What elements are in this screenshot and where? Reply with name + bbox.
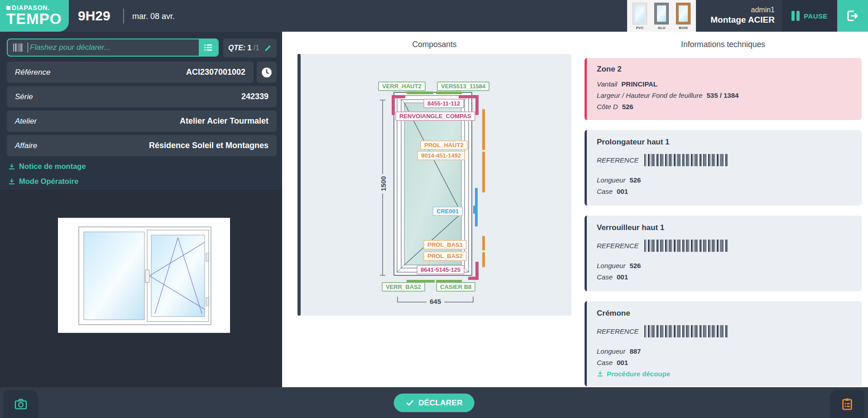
zone-row-value: PRINCIPAL <box>621 78 657 90</box>
declare-button[interactable]: DÉCLARER <box>393 394 475 412</box>
components-drawing-panel: VERR_HAUT2 VER5513_11584 8455-11-112 REN… <box>297 54 571 316</box>
scan-input[interactable] <box>30 39 218 56</box>
hardware-bar-green-top-2 <box>436 91 462 94</box>
left-sidebar: QTE: 1 /1 Référence ACI2307001002 <box>0 32 282 387</box>
field-row-serie: Série 242339 <box>7 86 277 107</box>
component-label-casier-b8[interactable]: CASIER B8 <box>436 282 475 292</box>
component-label-verr-haut2[interactable]: VERR_HAUT2 <box>378 82 426 91</box>
component-card-prolongateur: Prolongateur haut 1 REFERENCE Longueur52… <box>585 130 862 206</box>
card-row-label: Longueur <box>597 260 625 271</box>
card-row-value: 001 <box>617 186 628 197</box>
card-row-label: Longueur <box>597 346 625 357</box>
reference-barcode <box>644 154 728 166</box>
logout-icon <box>846 9 859 23</box>
link-label: Mode Opératoire <box>19 177 78 186</box>
dimension-width: 645 <box>427 298 443 305</box>
link-notice-montage[interactable]: Notice de montage <box>8 162 86 171</box>
field-label: Atelier <box>15 117 37 126</box>
alu-window-icon <box>655 3 668 24</box>
blue-bar-notch <box>473 206 475 214</box>
user-block: admin1 Montage ACIER <box>696 0 782 32</box>
card-title: Crémone <box>597 309 852 318</box>
user-role: Montage ACIER <box>696 14 775 25</box>
component-card-verrouilleur: Verrouilleur haut 1 REFERENCE Longueur52… <box>585 216 862 291</box>
camera-button[interactable] <box>4 390 38 418</box>
zone-card: Zone 2 VantailPRINCIPAL Largeur / Hauteu… <box>585 58 862 120</box>
card-title: Verrouilleur haut 1 <box>597 223 852 232</box>
product-preview-image <box>58 218 230 333</box>
field-label: Référence <box>15 68 50 77</box>
field-label: Affaire <box>15 141 37 150</box>
component-label-verr-bas2[interactable]: VERR_BAS2 <box>382 282 425 292</box>
field-value: ACI2307001002 <box>186 67 245 77</box>
orange-bar-4 <box>482 252 485 267</box>
check-icon <box>405 399 414 407</box>
zone-row-value: 535 / 1384 <box>706 90 739 101</box>
hardware-bar-green-top-1 <box>407 91 433 94</box>
field-row-affaire: Affaire Résidence Soleil et Montagnes <box>7 135 277 156</box>
product-family-thumbnails[interactable]: PVC ALU BOIS <box>627 0 696 32</box>
field-row-atelier: Atelier Atelier Acier Tourmalet <box>7 111 277 132</box>
field-value: Atelier Acier Tourmalet <box>180 116 269 126</box>
component-label-prol-bas2[interactable]: PROL_BAS2 <box>423 251 467 261</box>
sidebar-lower-panel <box>0 190 282 387</box>
cut-link-label: Procédure découpe <box>607 370 670 378</box>
component-label-prol-haut2[interactable]: PROL_HAUT2 <box>420 140 468 150</box>
app-logo: DIAPASON. TEMPO <box>0 0 69 32</box>
components-title: Composants <box>297 40 571 49</box>
report-button[interactable] <box>830 390 864 418</box>
product-thumb-pvc[interactable]: PVC <box>630 2 650 30</box>
zone-row-label: Vantail <box>597 78 617 90</box>
logo-tempo-text: TEMPO <box>6 11 69 27</box>
reference-label: REFERENCE <box>597 242 639 250</box>
zone-row-label: Largeur / Hauteur Fond de feuillure <box>597 90 702 101</box>
link-procedure-decoupe[interactable]: Procédure découpe <box>597 370 852 378</box>
field-row-reference: Référence ACI2307001002 <box>7 62 254 83</box>
quantity-card: QTE: 1 /1 <box>223 38 277 58</box>
pencil-icon <box>264 44 272 52</box>
document-links: Notice de montage Mode Opératoire <box>8 162 86 192</box>
card-row-label: Case <box>597 186 613 197</box>
list-icon <box>203 43 213 53</box>
list-button[interactable] <box>199 39 218 56</box>
bois-window-icon <box>676 3 690 24</box>
zone-row-value: 526 <box>622 101 633 112</box>
component-label-renvoiangle[interactable]: RENVOIANGLE_COMPAS <box>395 111 475 121</box>
text-caret <box>28 43 28 53</box>
link-mode-operatoire[interactable]: Mode Opératoire <box>8 177 86 186</box>
component-label-ver5513[interactable]: VER5513_11584 <box>437 82 489 91</box>
blue-bar <box>475 188 478 226</box>
product-thumb-bois[interactable]: BOIS <box>673 2 693 30</box>
card-title: Prolongateur haut 1 <box>597 138 852 147</box>
technical-info-cards: Zone 2 VantailPRINCIPAL Largeur / Hauteu… <box>585 58 862 396</box>
edit-quantity-button[interactable] <box>264 44 272 52</box>
download-icon <box>8 178 15 185</box>
current-time: 9H29 <box>78 0 110 32</box>
clipboard-icon <box>840 397 854 411</box>
window-elevation-drawing <box>297 54 571 316</box>
pause-button[interactable]: PAUSE <box>782 0 837 32</box>
current-date: mar. 08 avr. <box>132 0 175 32</box>
pause-icon <box>791 11 800 21</box>
component-label-cre001[interactable]: CRE001 <box>432 207 463 216</box>
bottom-bar: DÉCLARER <box>0 387 868 418</box>
component-label-prol-bas1[interactable]: PROL_BAS1 <box>423 240 467 250</box>
topbar-separator <box>123 9 124 24</box>
logout-button[interactable] <box>837 0 868 32</box>
pause-button-label: PAUSE <box>804 12 828 20</box>
panel-left-edge <box>297 54 301 316</box>
orange-bar-2 <box>482 152 485 192</box>
bois-label: BOIS <box>673 26 693 30</box>
card-row-value: 526 <box>629 260 641 271</box>
main-content: Composants Informations techniques <box>282 32 868 387</box>
qty-label: QTE: <box>228 44 245 52</box>
history-button[interactable] <box>257 62 277 83</box>
component-label-8641[interactable]: 8641-5145-125 <box>417 265 465 274</box>
technical-info-title: Informations techniques <box>585 40 862 49</box>
component-label-8455[interactable]: 8455-11-112 <box>423 99 464 108</box>
component-label-9014[interactable]: 9014-451-1492 <box>417 151 465 160</box>
reference-label: REFERENCE <box>597 156 639 164</box>
scan-row: QTE: 1 /1 <box>7 38 277 58</box>
product-thumb-alu[interactable]: ALU <box>652 2 671 30</box>
card-row-label: Case <box>597 271 613 283</box>
